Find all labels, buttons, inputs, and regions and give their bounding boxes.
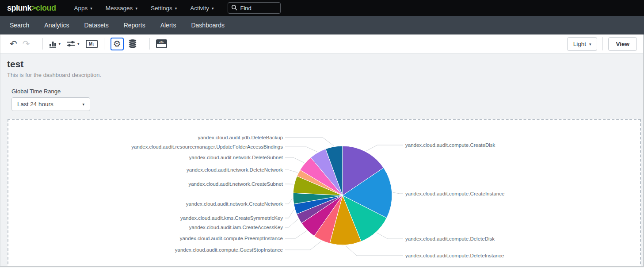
- toolbar-divider: [42, 38, 43, 50]
- time-range-value: Last 24 hours: [17, 101, 53, 107]
- menu-settings-label: Settings: [151, 5, 172, 11]
- pie-label: yandex.cloud.audit.compute.CreateDisk: [405, 142, 495, 148]
- logo-cloud-text: cloud: [36, 4, 56, 12]
- nav-item-analytics[interactable]: Analytics: [37, 16, 76, 34]
- page-title: test: [7, 59, 23, 69]
- pie-leader-line: [377, 233, 403, 239]
- menu-apps-label: Apps: [74, 5, 88, 11]
- splunk-cloud-logo[interactable]: splunk>cloud: [7, 4, 56, 13]
- pie-label: yandex.cloud.audit.compute.CreateInstanc…: [405, 191, 504, 196]
- dashboard-canvas: test This is for the dashboard descripti…: [0, 54, 644, 268]
- pie-label: yandex.cloud.audit.network.DeleteNetwork: [187, 167, 283, 172]
- logo-gt-text: >: [31, 4, 36, 12]
- menu-messages[interactable]: Messages▾: [99, 0, 144, 16]
- chevron-down-icon: ▾: [212, 7, 214, 11]
- code-glyph: </>: [157, 40, 166, 44]
- chevron-down-icon: ▾: [59, 42, 61, 46]
- pie-label: yandex.cloud.audit.compute.DeleteDisk: [405, 236, 495, 241]
- redo-icon[interactable]: ↷: [23, 38, 30, 49]
- pie-label: yandex.cloud.audit.iam.CreateAccessKey: [189, 225, 283, 230]
- nav-item-dashboards[interactable]: Dashboards: [183, 16, 232, 34]
- sliders-icon: [67, 40, 76, 47]
- search-icon: [231, 4, 238, 13]
- chevron-down-icon: ▾: [175, 7, 177, 11]
- gear-icon: ⚙: [113, 38, 121, 49]
- menu-activity[interactable]: Activity▾: [183, 0, 220, 16]
- menu-messages-label: Messages: [106, 5, 133, 11]
- window-right-border: [643, 34, 644, 268]
- find-search: [228, 2, 281, 14]
- chevron-down-icon: ▾: [90, 7, 92, 11]
- toolbar-divider: [602, 37, 603, 50]
- visual-settings-gear-button[interactable]: ⚙: [111, 38, 124, 50]
- pie-leader-line: [285, 199, 292, 204]
- chevron-down-icon: ▾: [135, 7, 137, 11]
- bar-chart-icon: [49, 40, 57, 48]
- pie-leader-line: [285, 209, 294, 218]
- pie-label: yandex.cloud.audit.kms.CreateSymmetricKe…: [180, 215, 283, 221]
- toolbar-divider: [149, 38, 150, 50]
- menu-settings[interactable]: Settings▾: [144, 0, 183, 16]
- chevron-down-icon: ▾: [82, 103, 84, 107]
- pie-label: yandex.cloud.audit.compute.PreemptInstan…: [180, 236, 283, 241]
- pie-label: yandex.cloud.audit.resourcemanager.Updat…: [131, 144, 283, 149]
- theme-select-button[interactable]: Light▾: [567, 37, 598, 51]
- nav-item-datasets[interactable]: Datasets: [76, 16, 116, 34]
- top-app-bar: splunk>cloud Apps▾ Messages▾ Settings▾ A…: [0, 0, 644, 16]
- time-range-dropdown[interactable]: Last 24 hours ▾: [11, 97, 90, 111]
- pie-leader-line: [285, 241, 321, 250]
- pie-label: yandex.cloud.audit.network.DeleteSubnet: [189, 155, 283, 160]
- section-nav-bar: Search Analytics Datasets Reports Alerts…: [0, 16, 644, 34]
- pie-chart: yandex.cloud.audit.compute.CreateDiskyan…: [8, 120, 640, 268]
- pie-label: yandex.cloud.audit.network.CreateSubnet: [188, 181, 283, 187]
- pie-leader-line: [393, 192, 403, 194]
- undo-icon[interactable]: ↶: [10, 38, 17, 49]
- source-code-icon[interactable]: </>: [156, 39, 167, 48]
- pie-leader-line: [285, 147, 317, 152]
- window-left-border: [0, 34, 0, 268]
- nav-item-reports[interactable]: Reports: [116, 16, 153, 34]
- chevron-down-icon: ▾: [589, 42, 591, 46]
- nav-item-search[interactable]: Search: [2, 16, 37, 34]
- top-menu: Apps▾ Messages▾ Settings▾ Activity▾: [68, 0, 221, 16]
- toolbar-right-group: Light▾ View: [567, 37, 637, 51]
- chevron-down-icon: ▾: [77, 42, 80, 46]
- data-sources-button[interactable]: [128, 39, 137, 49]
- view-button[interactable]: View: [608, 37, 637, 51]
- pie-leader-line: [285, 170, 297, 172]
- add-input-button[interactable]: ▾: [67, 40, 80, 47]
- pie-chart-panel[interactable]: yandex.cloud.audit.compute.CreateDiskyan…: [8, 119, 641, 268]
- page-description: This is for the dashboard description.: [7, 72, 101, 78]
- global-time-range-label: Global Time Range: [11, 88, 61, 95]
- logo-splunk-text: splunk: [7, 4, 31, 12]
- menu-activity-label: Activity: [190, 5, 209, 11]
- pie-label: yandex.cloud.audit.ydb.DeleteBackup: [198, 135, 283, 140]
- toolbar-divider: [104, 38, 104, 50]
- pie-leader-line: [285, 219, 298, 228]
- pie-label: yandex.cloud.audit.compute.GuestStopInst…: [175, 247, 283, 253]
- menu-apps[interactable]: Apps▾: [68, 0, 99, 16]
- markdown-icon[interactable]: M↓: [86, 40, 98, 48]
- pie-leader-line: [285, 157, 304, 163]
- add-chart-button[interactable]: ▾: [49, 40, 61, 48]
- nav-item-alerts[interactable]: Alerts: [153, 16, 184, 34]
- pie-leader-line: [346, 246, 403, 256]
- pie-label: yandex.cloud.audit.compute.DeleteInstanc…: [405, 253, 504, 258]
- theme-label: Light: [573, 41, 586, 47]
- database-icon: [128, 39, 137, 49]
- dashboard-edit-toolbar: ↶ ↷ ▾ ▾ M↓ ⚙ </> Light▾ View: [0, 34, 644, 54]
- pie-leader-line: [366, 145, 404, 151]
- pie-label: yandex.cloud.audit.network.CreateNetwork: [186, 201, 283, 207]
- pie-leader-line: [285, 231, 307, 238]
- pie-leader-line: [285, 138, 334, 146]
